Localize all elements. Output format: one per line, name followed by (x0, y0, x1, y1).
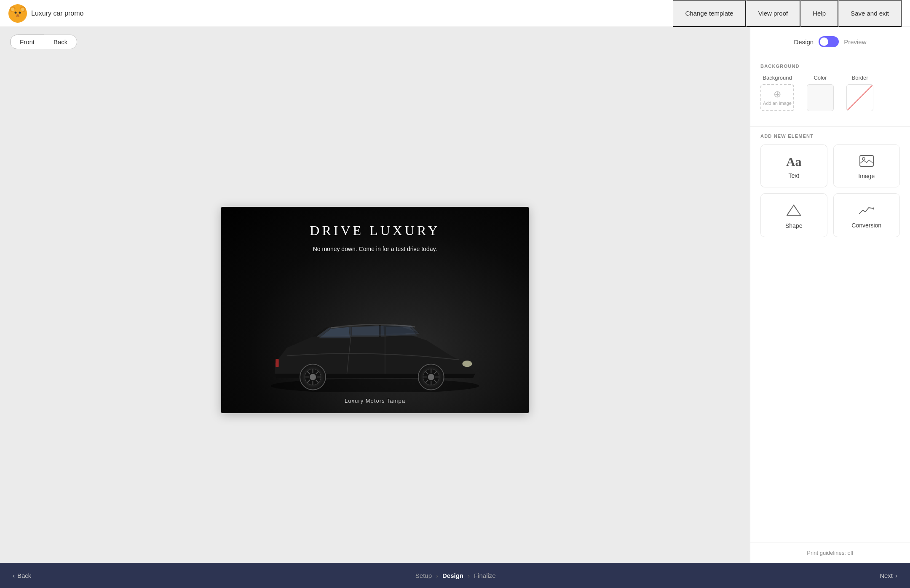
front-tab[interactable]: Front (10, 35, 44, 49)
car-image (221, 312, 529, 392)
bg-color-label: Color (814, 75, 827, 81)
bg-background-label: Background (763, 75, 792, 81)
design-preview-toggle[interactable] (819, 36, 839, 47)
footer-breadcrumb: Setup › Design › Finalize (31, 572, 880, 579)
next-label: Next (880, 572, 893, 579)
add-conversion-button[interactable]: Conversion (833, 193, 900, 237)
next-chevron-icon: › (895, 572, 897, 579)
footer-next-button[interactable]: Next › (880, 572, 897, 579)
svg-point-8 (16, 14, 19, 16)
help-button[interactable]: Help (800, 0, 838, 27)
design-toggle-label: Design (794, 38, 814, 45)
back-tab[interactable]: Back (44, 35, 77, 49)
svg-point-7 (19, 11, 21, 13)
add-shape-button[interactable]: Shape (760, 193, 827, 237)
bg-border-label: Border (851, 75, 868, 81)
print-guidelines: Print guidelines: off (750, 543, 910, 563)
bg-background-group: Background ⊕ Add an image (760, 75, 794, 111)
footer-back-button[interactable]: ‹ Back (13, 572, 31, 579)
svg-point-38 (873, 208, 874, 210)
add-image-element-button[interactable]: Image (833, 144, 900, 187)
shape-label: Shape (785, 222, 802, 229)
element-grid: Aa Text Image (760, 144, 900, 237)
breadcrumb-setup: Setup (415, 572, 432, 579)
canvas-area: Front Back Drive Luxury No money down. C… (0, 27, 750, 563)
svg-rect-13 (276, 359, 279, 367)
breadcrumb-finalize: Finalize (474, 572, 496, 579)
view-proof-button[interactable]: View proof (746, 0, 801, 27)
color-swatch[interactable] (807, 84, 834, 111)
back-chevron-icon: ‹ (13, 572, 15, 579)
footer: ‹ Back Setup › Design › Finalize Next › (0, 563, 910, 588)
canvas-subtitle: No money down. Come in for a test drive … (313, 246, 437, 252)
app-title: Luxury car promo (31, 10, 84, 17)
text-icon: Aa (786, 155, 802, 168)
preview-toggle-label: Preview (844, 38, 866, 45)
image-icon (859, 155, 874, 168)
breadcrumb-sep-2: › (468, 572, 470, 579)
bg-border-group: Border (846, 75, 873, 111)
image-label: Image (858, 173, 875, 179)
breadcrumb-sep-1: › (436, 572, 438, 579)
add-image-label: Add an image (763, 101, 792, 106)
logo-bear-icon (8, 4, 27, 23)
background-section: Background Background ⊕ Add an image Col… (750, 55, 910, 126)
right-panel: Design Preview Background Background ⊕ A… (750, 27, 910, 563)
design-canvas[interactable]: Drive Luxury No money down. Come in for … (221, 207, 529, 413)
plus-icon: ⊕ (774, 90, 781, 99)
print-guidelines-text: Print guidelines: off (807, 550, 853, 556)
text-label: Text (788, 172, 799, 179)
save-exit-button[interactable]: Save and exit (838, 0, 902, 27)
svg-point-4 (11, 8, 14, 11)
header: Luxury car promo Change template View pr… (0, 0, 910, 27)
bg-options: Background ⊕ Add an image Color Border (760, 75, 900, 111)
conversion-label: Conversion (851, 222, 881, 229)
shape-icon (787, 204, 801, 218)
border-swatch[interactable] (846, 84, 873, 111)
panel-toggle: Design Preview (750, 27, 910, 55)
car-svg (251, 312, 499, 392)
logo: Luxury car promo (8, 4, 84, 23)
bg-color-group: Color (807, 75, 834, 111)
header-nav: Change template View proof Help Save and… (673, 0, 902, 27)
canvas-footer-text: Luxury Motors Tampa (345, 398, 405, 404)
svg-point-27 (310, 374, 316, 380)
add-image-button[interactable]: ⊕ Add an image (760, 84, 794, 111)
svg-point-6 (15, 11, 17, 13)
svg-rect-36 (860, 155, 873, 166)
svg-point-12 (462, 361, 472, 367)
conversion-icon (859, 204, 874, 218)
add-text-button[interactable]: Aa Text (760, 144, 827, 187)
breadcrumb-design: Design (442, 572, 463, 579)
toggle-knob (820, 37, 828, 46)
add-element-section: Add New Element Aa Text (750, 126, 910, 246)
main-area: Front Back Drive Luxury No money down. C… (0, 27, 910, 563)
canvas-wrapper: Drive Luxury No money down. Come in for … (0, 57, 750, 563)
canvas-headline: Drive Luxury (310, 223, 440, 238)
svg-point-16 (428, 374, 434, 380)
background-section-label: Background (760, 64, 900, 69)
tab-bar: Front Back (0, 27, 750, 57)
svg-point-37 (862, 158, 865, 160)
back-label: Back (17, 572, 31, 579)
add-element-label: Add New Element (760, 134, 900, 139)
svg-point-5 (21, 8, 24, 11)
change-template-button[interactable]: Change template (673, 0, 746, 27)
